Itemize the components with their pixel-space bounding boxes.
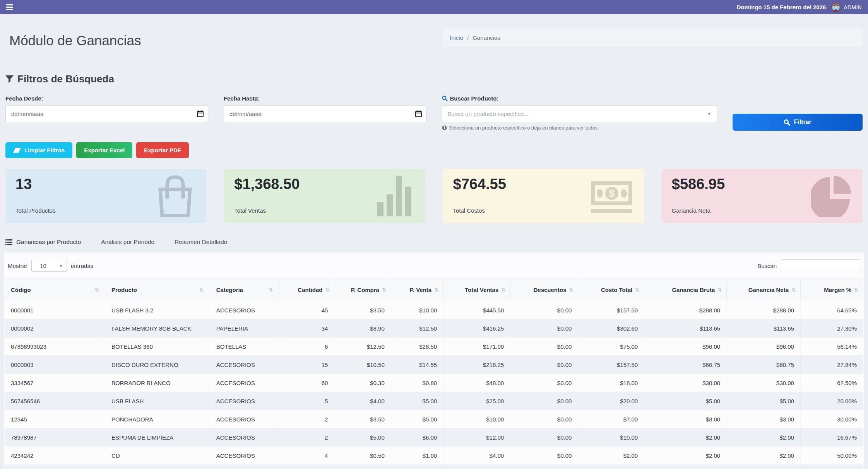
table-cell: $8.90 (334, 319, 391, 338)
table-cell: $5.00 (727, 392, 801, 410)
table-cell: $288.00 (644, 301, 727, 319)
breadcrumb-current: Ganancias (473, 34, 500, 41)
table-cell: PONCHADORA (105, 410, 210, 428)
table-cell: $416.25 (443, 319, 510, 338)
column-header-cantidad[interactable]: Cantidad⇅ (279, 279, 334, 301)
stat-card-total-productos: 13 Total Productos (5, 169, 206, 223)
table-cell: $288.00 (727, 301, 801, 319)
table-cell: 4 (279, 447, 334, 465)
exportar-excel-button[interactable]: Exportar Excel (76, 142, 132, 158)
shopping-bag-icon (155, 175, 195, 217)
filter-funnel-icon (5, 75, 14, 83)
table-cell: $28.50 (391, 338, 443, 356)
table-cell: BORRADOR BLANCO (105, 374, 210, 392)
stat-label: Total Costos (453, 207, 485, 214)
table-cell: $5.00 (391, 410, 443, 428)
table-cell: 4 (279, 465, 334, 469)
column-header-descuentos[interactable]: Descuentos⇅ (510, 279, 578, 301)
table-cell: $96.00 (644, 338, 727, 356)
table-row: 3334567BORRADOR BLANCOACCESORIOS60$0.30$… (5, 374, 863, 392)
sort-icon: ⇅ (635, 287, 639, 293)
column-header-p-compra[interactable]: P. Compra⇅ (334, 279, 391, 301)
limpiar-filtros-button[interactable]: Limpiar Filtros (5, 142, 72, 158)
tab-resumen-detallado[interactable]: Resumen Detallado (175, 239, 227, 246)
column-header-codigo[interactable]: Código⇅ (5, 279, 105, 301)
table-cell: 30.00% (800, 410, 863, 428)
table-cell: $2.00 (578, 447, 644, 465)
table-cell: $10.00 (391, 301, 443, 319)
user-menu[interactable]: ADMIN (831, 3, 862, 12)
table-cell: 34 (279, 319, 334, 338)
stat-card-total-ventas: $1,368.50 Total Ventas (224, 169, 425, 223)
column-header-p-venta[interactable]: P. Venta⇅ (391, 279, 443, 301)
table-row: 12345PONCHADORAACCESORIOS2$3.50$5.00$10.… (5, 410, 863, 428)
column-header-costo-total[interactable]: Costo Total⇅ (578, 279, 644, 301)
tab-ganancias-por-producto[interactable]: Ganancias por Producto (5, 239, 81, 246)
calendar-icon[interactable] (197, 110, 204, 117)
breadcrumb-link-inicio[interactable]: Inicio (450, 34, 463, 41)
filters-heading: Filtros de Búsqueda (5, 73, 863, 85)
table-cell: CD (105, 447, 210, 465)
table-cell: $302.60 (578, 319, 644, 338)
tab-analisis-por-periodo[interactable]: Análisis por Periodo (101, 239, 154, 246)
sort-icon: ⇅ (94, 287, 99, 293)
table-cell: $6.00 (391, 428, 443, 447)
exportar-pdf-button[interactable]: Exportar PDF (136, 142, 189, 158)
column-header-ganancia-neta[interactable]: Ganancia Neta⇅ (727, 279, 801, 301)
table-cell: 60.00% (800, 465, 863, 469)
column-header-label: Cantidad (298, 287, 322, 293)
hamburger-menu-icon[interactable] (6, 4, 13, 10)
column-header-label: Producto (111, 287, 137, 293)
table-cell: $0.00 (510, 428, 578, 447)
table-cell: $10.50 (334, 356, 391, 374)
page-title: Módulo de Ganancias (9, 33, 141, 48)
table-search-input[interactable] (781, 259, 860, 272)
mostrar-label: Mostrar (8, 263, 27, 269)
table-row: 56756757CONECTORES RJ45ACCESORIOS4$0.30$… (5, 465, 863, 469)
table-cell: 56756757 (5, 465, 105, 469)
table-cell: ACCESORIOS (210, 410, 279, 428)
table-cell: $5.00 (391, 392, 443, 410)
table-cell: 567456546 (5, 392, 105, 410)
table-cell: $0.80 (391, 374, 443, 392)
pie-chart-icon (811, 175, 852, 217)
column-header-label: Descuentos (533, 287, 566, 293)
column-header-margen[interactable]: Margen %⇅ (800, 279, 863, 301)
table-row: 0000001USB FLASH 3.2ACCESORIOS45$3.50$10… (5, 301, 863, 319)
table-cell: $12.00 (443, 428, 510, 447)
table-cell: 4234242 (5, 447, 105, 465)
table-cell: 2 (279, 410, 334, 428)
producto-select[interactable]: Busca un producto específico... ▼ (442, 105, 717, 122)
table-cell: ACCESORIOS (210, 447, 279, 465)
filtrar-button[interactable]: Filtrar (733, 114, 863, 131)
info-icon (442, 125, 447, 130)
calendar-icon[interactable] (415, 110, 422, 117)
search-icon (442, 96, 448, 101)
table-row: 0000003DISCO DURO EXTERNOACCESORIOS15$10… (5, 356, 863, 374)
table-cell: $0.00 (510, 319, 578, 338)
table-cell: $5.00 (334, 428, 391, 447)
table-cell: $75.00 (578, 338, 644, 356)
fecha-desde-input[interactable] (5, 105, 208, 122)
column-header-label: Costo Total (601, 287, 632, 293)
table-cell: 27.84% (800, 356, 863, 374)
column-header-total-ventas[interactable]: Total Ventas⇅ (443, 279, 510, 301)
stat-label: Ganancia Neta (672, 207, 710, 214)
table-cell: $113.65 (644, 319, 727, 338)
column-header-ganancia-bruta[interactable]: Ganancia Bruta⇅ (644, 279, 727, 301)
page-size-select[interactable]: 10 ∨ (31, 260, 67, 272)
fecha-hasta-input[interactable] (224, 105, 426, 122)
table-row: 78978987ESPUMA DE LIMPIEZAACCESORIOS2$5.… (5, 428, 863, 447)
table-cell: $0.50 (391, 465, 443, 469)
table-cell: $0.50 (334, 447, 391, 465)
table-cell: $1.80 (644, 465, 727, 469)
column-header-producto[interactable]: Producto⇅ (105, 279, 210, 301)
breadcrumb-separator: / (467, 34, 469, 41)
producto-select-placeholder: Busca un producto específico... (448, 111, 529, 117)
topbar: Domingo 15 de Febrero del 2026 ADMIN (0, 0, 868, 14)
column-header-categoria[interactable]: Categoría⇅ (210, 279, 279, 301)
chevron-down-icon: ∨ (60, 263, 63, 268)
table-cell: $157.50 (578, 356, 644, 374)
column-header-label: Ganancia Neta (748, 287, 789, 293)
sort-icon: ⇅ (199, 287, 204, 293)
